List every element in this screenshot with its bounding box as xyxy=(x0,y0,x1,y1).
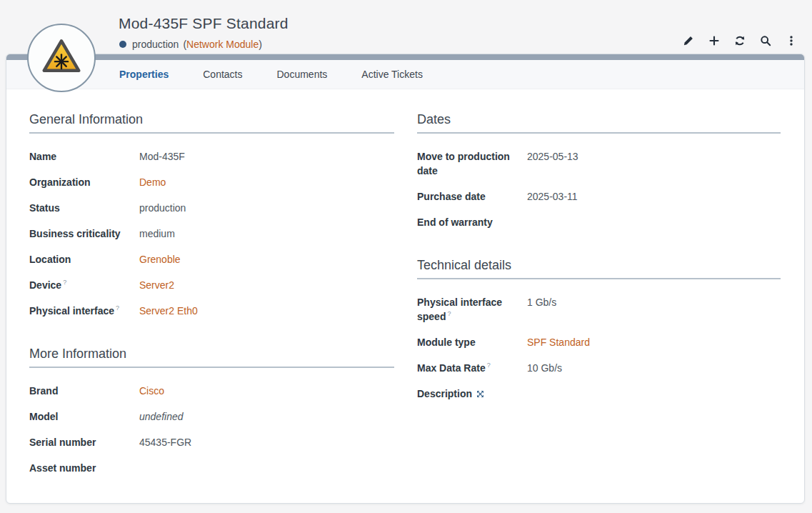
field-value: 2025-05-13 xyxy=(527,149,578,164)
section-technical-details: Technical details Physical interface spe… xyxy=(417,258,781,401)
section-title: More Information xyxy=(29,347,394,362)
field-value: Mod-435F xyxy=(139,149,185,164)
kebab-menu-icon[interactable] xyxy=(785,34,797,46)
field-label: Model xyxy=(29,409,139,424)
field-value-link[interactable]: Server2 xyxy=(139,278,174,292)
field-row-purchase-date: Purchase date 2025-03-11 xyxy=(417,189,781,204)
tab-contacts[interactable]: Contacts xyxy=(203,69,242,80)
field-label: End of warranty xyxy=(417,215,527,229)
field-label: Location xyxy=(29,252,139,267)
field-label: Brand xyxy=(29,384,139,398)
class-name-wrap: (Network Module) xyxy=(183,39,262,50)
field-row-organization: Organization Demo xyxy=(29,175,394,189)
field-row-location: Location Grenoble xyxy=(29,252,394,267)
page-title: Mod-435F SPF Standard xyxy=(119,15,289,32)
left-column: General Information Name Mod-435F Organi… xyxy=(29,112,394,487)
field-value: 45435-FGR xyxy=(139,435,191,449)
field-row-model: Model undefined xyxy=(29,409,394,424)
object-avatar xyxy=(27,24,96,92)
field-row-status: Status production xyxy=(29,201,394,215)
tab-bar: Properties Contacts Documents Active Tic… xyxy=(6,60,804,89)
field-label: Module type xyxy=(417,335,527,349)
card-top-bar xyxy=(6,54,804,60)
field-value: 2025-03-11 xyxy=(527,189,578,204)
tooltip-marker[interactable]: ? xyxy=(63,279,66,286)
tab-documents[interactable]: Documents xyxy=(277,69,328,80)
object-details-card: Properties Contacts Documents Active Tic… xyxy=(6,54,805,504)
field-label: Asset number xyxy=(29,461,139,475)
tab-active-tickets[interactable]: Active Tickets xyxy=(361,69,423,80)
field-row-device: Device? Server2 xyxy=(29,278,394,292)
laser-warning-triangle-icon xyxy=(41,37,82,79)
field-row-max-data-rate: Max Data Rate? 10 Gb/s xyxy=(417,361,781,375)
field-value: medium xyxy=(139,226,175,241)
refresh-icon[interactable] xyxy=(733,34,746,46)
section-title: Technical details xyxy=(417,258,781,273)
field-row-description: Description xyxy=(417,387,781,401)
status-line: production (Network Module) xyxy=(119,39,262,50)
field-label: Move to production date xyxy=(417,149,527,178)
field-row-move-to-production-date: Move to production date 2025-05-13 xyxy=(417,149,781,178)
section-divider xyxy=(417,278,781,279)
section-divider xyxy=(29,132,394,134)
field-label: Business criticality xyxy=(29,226,139,241)
tooltip-marker[interactable]: ? xyxy=(116,304,119,312)
field-value-undefined: undefined xyxy=(139,409,184,424)
section-dates: Dates Move to production date 2025-05-13… xyxy=(417,112,781,229)
field-value: 10 Gb/s xyxy=(527,361,562,375)
edit-pencil-icon[interactable] xyxy=(682,34,694,46)
section-title: Dates xyxy=(417,112,781,127)
field-label: Max Data Rate? xyxy=(417,361,527,375)
header-toolbar xyxy=(682,34,797,46)
field-value-link[interactable]: Demo xyxy=(139,175,166,189)
field-value-link[interactable]: Grenoble xyxy=(139,252,181,267)
field-label: Device? xyxy=(29,278,139,292)
status-dot xyxy=(119,41,126,48)
section-divider xyxy=(29,367,394,368)
expand-arrows-icon[interactable] xyxy=(476,390,484,398)
right-column: Dates Move to production date 2025-05-13… xyxy=(417,112,781,487)
search-icon[interactable] xyxy=(759,34,771,46)
status-label: production xyxy=(132,39,179,50)
field-value-link[interactable]: SPF Standard xyxy=(527,335,590,349)
field-value-link[interactable]: Cisco xyxy=(139,384,164,398)
properties-content: General Information Name Mod-435F Organi… xyxy=(6,89,804,487)
tab-properties[interactable]: Properties xyxy=(119,69,169,80)
paren-close: ) xyxy=(259,39,262,50)
field-row-serial-number: Serial number 45435-FGR xyxy=(29,435,394,449)
field-row-brand: Brand Cisco xyxy=(29,384,394,398)
field-label: Physical interface? xyxy=(29,304,139,318)
field-value: production xyxy=(139,201,186,215)
tooltip-marker[interactable]: ? xyxy=(487,362,491,369)
field-label: Purchase date xyxy=(417,189,527,204)
field-row-asset-number: Asset number xyxy=(29,461,394,475)
field-row-name: Name Mod-435F xyxy=(29,149,394,164)
field-label: Organization xyxy=(29,175,139,189)
field-label: Serial number xyxy=(29,435,139,449)
field-value-link[interactable]: Server2 Eth0 xyxy=(139,304,198,318)
field-row-physical-interface-speed: Physical interface speed? 1 Gb/s xyxy=(417,295,781,324)
field-label: Name xyxy=(29,149,139,164)
add-plus-icon[interactable] xyxy=(708,34,720,46)
field-row-physical-interface: Physical interface? Server2 Eth0 xyxy=(29,304,394,318)
class-name-link[interactable]: Network Module xyxy=(186,39,259,50)
section-divider xyxy=(417,132,781,134)
tooltip-marker[interactable]: ? xyxy=(447,310,451,317)
field-row-module-type: Module type SPF Standard xyxy=(417,335,781,349)
field-row-business-criticality: Business criticality medium xyxy=(29,226,394,241)
field-row-end-of-warranty: End of warranty xyxy=(417,215,781,229)
field-value: 1 Gb/s xyxy=(527,295,556,309)
field-label: Status xyxy=(29,201,139,215)
section-more-information: More Information Brand Cisco Model undef… xyxy=(29,347,394,475)
section-general-information: General Information Name Mod-435F Organi… xyxy=(29,112,394,318)
field-label: Description xyxy=(417,387,527,401)
section-title: General Information xyxy=(29,112,394,127)
field-label: Physical interface speed? xyxy=(417,295,527,324)
